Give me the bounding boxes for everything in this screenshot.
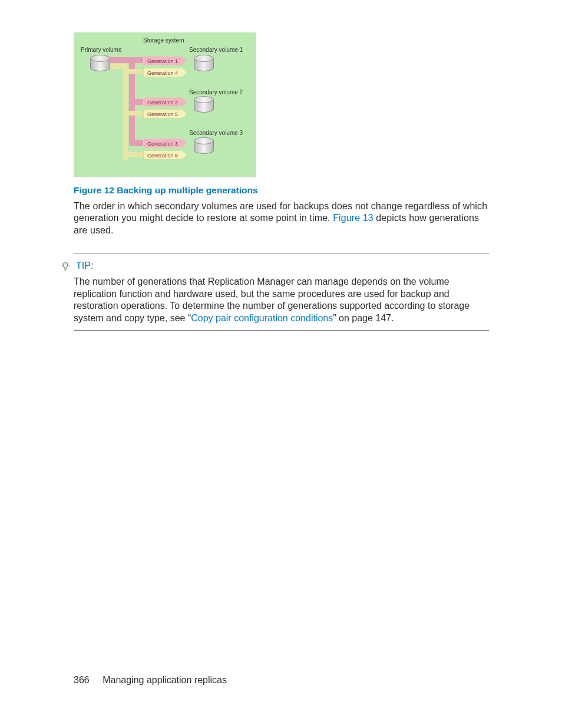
cylinder-secondary-1 (194, 55, 214, 71)
tip-label: TIP: (76, 261, 93, 271)
label-secondary-1: Secondary volume 1 (189, 47, 243, 53)
arrow-generation-3: Generation 3 (143, 139, 182, 148)
page-footer: 366 Managing application replicas (74, 675, 227, 686)
cylinder-secondary-2 (194, 96, 214, 113)
link-copy-pair-config[interactable]: Copy pair configuration conditions (191, 313, 333, 323)
arrow-generation-6: Generation 6 (143, 150, 182, 160)
svg-line-5 (68, 263, 68, 263)
label-primary-volume: Primary volume (81, 47, 121, 53)
svg-line-4 (62, 263, 63, 263)
separator-top (74, 253, 489, 253)
cylinder-secondary-3 (194, 137, 214, 154)
cylinder-primary (90, 55, 110, 71)
arrow-generation-4: Generation 4 (143, 68, 182, 77)
separator-bottom (74, 330, 489, 331)
figure-diagram: Storage system Primary volume Secondary … (74, 32, 256, 177)
page-content: Storage system Primary volume Secondary … (74, 32, 489, 331)
paragraph-main: The order in which secondary volumes are… (74, 200, 489, 236)
tip-header-row: TIP: (61, 261, 489, 271)
label-secondary-2: Secondary volume 2 (189, 89, 243, 95)
arrow-generation-5: Generation 5 (143, 109, 182, 118)
tip-body: The number of generations that Replicati… (74, 276, 489, 324)
arrow-generation-1: Generation 1 (143, 56, 182, 65)
arrow-generation-2: Generation 2 (143, 97, 182, 107)
lightbulb-icon (61, 262, 70, 271)
tip-text-after: ” on page 147. (333, 313, 394, 323)
label-storage-system: Storage system (143, 37, 184, 44)
page-number: 366 (74, 675, 90, 685)
section-title: Managing application replicas (103, 675, 227, 685)
label-secondary-3: Secondary volume 3 (189, 130, 243, 136)
link-figure-13[interactable]: Figure 13 (333, 213, 373, 223)
figure-caption: Figure 12 Backing up multiple generation… (74, 185, 489, 196)
